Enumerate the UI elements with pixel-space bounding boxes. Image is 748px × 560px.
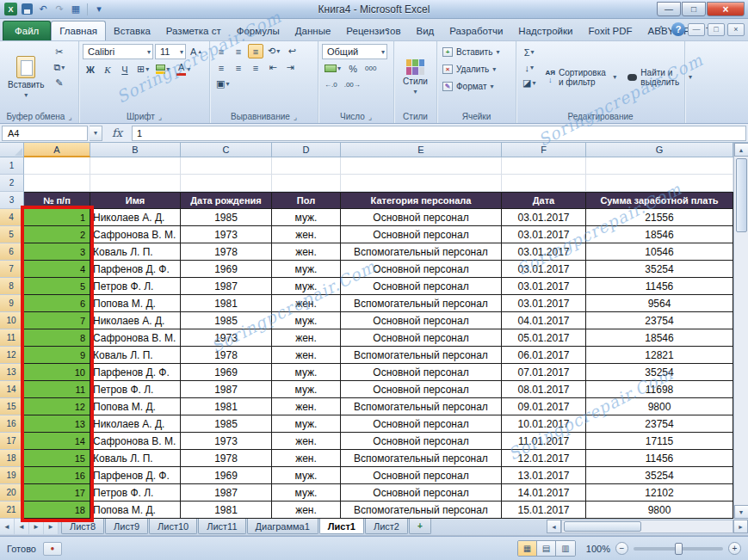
book-restore-button[interactable]: □ bbox=[708, 23, 725, 36]
cell-B20[interactable]: Петров Ф. Л. bbox=[90, 484, 181, 502]
first-sheet-button[interactable]: ◄ bbox=[0, 519, 15, 534]
cell-D20[interactable]: муж. bbox=[272, 484, 341, 502]
copy-button[interactable]: ⧉▾ bbox=[51, 60, 67, 75]
cell-E20[interactable]: Основной персонал bbox=[341, 484, 502, 502]
row-header-2[interactable]: 2 bbox=[0, 175, 24, 192]
cell-C13[interactable]: 1969 bbox=[181, 364, 272, 381]
number-format-combo[interactable]: Общий▾ bbox=[322, 44, 387, 59]
cell-B14[interactable]: Петров Ф. Л. bbox=[90, 381, 181, 398]
cell-F5[interactable]: 03.01.2017 bbox=[502, 226, 586, 243]
cell-A7[interactable]: 4 bbox=[24, 261, 90, 278]
cut-button[interactable]: ✂ bbox=[51, 45, 67, 59]
customize-qat-button[interactable]: ▾ bbox=[92, 3, 106, 16]
book-close-button[interactable]: × bbox=[727, 23, 745, 36]
sheet-tab-Лист8[interactable]: Лист8 bbox=[61, 519, 104, 534]
cell-E18[interactable]: Вспомогательный персонал bbox=[341, 450, 502, 467]
clear-button[interactable]: ◪▾ bbox=[520, 76, 538, 90]
name-box-dropdown[interactable]: ▾ bbox=[90, 126, 102, 141]
cell-D16[interactable]: муж. bbox=[272, 415, 341, 433]
page-layout-view-button[interactable]: ▤ bbox=[537, 541, 556, 556]
cell-G20[interactable]: 12102 bbox=[586, 484, 733, 502]
insert-cells-button[interactable]: +Вставить▾ bbox=[441, 44, 512, 60]
cell-C17[interactable]: 1973 bbox=[181, 433, 272, 450]
cell-E15[interactable]: Вспомогательный персонал bbox=[341, 398, 502, 415]
cell-B10[interactable]: Николаев А. Д. bbox=[90, 312, 181, 329]
row-header-20[interactable]: 20 bbox=[0, 484, 24, 502]
cell-D8[interactable]: муж. bbox=[272, 278, 341, 295]
cell-A9[interactable]: 6 bbox=[24, 295, 90, 312]
cell-A15[interactable]: 12 bbox=[24, 398, 90, 415]
cell-B13[interactable]: Парфенов Д. Ф. bbox=[90, 364, 181, 381]
cell-D11[interactable]: жен. bbox=[272, 329, 341, 347]
cell-D18[interactable]: жен. bbox=[272, 450, 341, 467]
hscroll-right-icon[interactable]: ► bbox=[733, 520, 748, 533]
row-header-5[interactable]: 5 bbox=[0, 226, 24, 243]
align-middle-button[interactable]: ≡ bbox=[231, 44, 246, 58]
cell-G8[interactable]: 11456 bbox=[586, 278, 733, 295]
autosum-button[interactable]: Σ▾ bbox=[520, 45, 538, 59]
cell-E7[interactable]: Основной персонал bbox=[341, 261, 502, 278]
hscroll-left-icon[interactable]: ◄ bbox=[547, 520, 561, 533]
font-color-button[interactable]: А▾ bbox=[174, 62, 193, 77]
vertical-scroll-thumb[interactable] bbox=[736, 158, 747, 232]
cell-F14[interactable]: 08.01.2017 bbox=[502, 381, 586, 398]
row-header-7[interactable]: 7 bbox=[0, 261, 24, 278]
cell-E13[interactable]: Основной персонал bbox=[341, 364, 502, 381]
wrap-text-button[interactable]: ↩ bbox=[284, 44, 300, 58]
scroll-up-icon[interactable]: ▲ bbox=[734, 143, 748, 157]
help-icon[interactable]: ? bbox=[671, 22, 685, 36]
cell-G11[interactable]: 18546 bbox=[586, 329, 733, 347]
cell-A4[interactable]: 1 bbox=[24, 209, 90, 226]
formula-input[interactable]: 1 bbox=[132, 126, 746, 141]
next-sheet-button[interactable]: ► bbox=[29, 519, 44, 534]
cell-E12[interactable]: Вспомогательный персонал bbox=[341, 347, 502, 364]
cell-C20[interactable]: 1987 bbox=[181, 484, 272, 502]
comma-format-button[interactable]: 000 bbox=[362, 61, 379, 76]
cell-C19[interactable]: 1969 bbox=[181, 467, 272, 484]
cell-B7[interactable]: Парфенов Д. Ф. bbox=[90, 261, 181, 278]
cell-C12[interactable]: 1978 bbox=[181, 347, 272, 364]
fill-color-button[interactable]: ▾ bbox=[153, 62, 172, 77]
cell-F15[interactable]: 09.01.2017 bbox=[502, 398, 586, 415]
format-cells-button[interactable]: ✎Формат▾ bbox=[441, 78, 512, 95]
cell-G13[interactable]: 35254 bbox=[586, 364, 733, 381]
maximize-button[interactable]: □ bbox=[682, 2, 706, 16]
cell-B2[interactable] bbox=[90, 175, 181, 192]
cell-F1[interactable] bbox=[502, 157, 586, 175]
insert-sheet-button[interactable]: + bbox=[409, 519, 431, 534]
cell-G17[interactable]: 17115 bbox=[586, 433, 733, 450]
cell-A20[interactable]: 17 bbox=[24, 484, 90, 502]
tab-Главная[interactable]: Главная bbox=[51, 21, 106, 40]
cell-A18[interactable]: 15 bbox=[24, 450, 90, 467]
cell-F4[interactable]: 03.01.2017 bbox=[502, 209, 586, 226]
dialog-launcher-icon[interactable]: ⌟ bbox=[294, 113, 297, 121]
cell-E1[interactable] bbox=[341, 157, 502, 175]
cell-D6[interactable]: жен. bbox=[272, 243, 341, 261]
cell-F7[interactable]: 03.01.2017 bbox=[502, 261, 586, 278]
cell-D14[interactable]: муж. bbox=[272, 381, 341, 398]
normal-view-button[interactable]: ▦ bbox=[518, 541, 537, 556]
col-header-B[interactable]: B bbox=[90, 143, 181, 157]
cell-F2[interactable] bbox=[502, 175, 586, 192]
cell-C3[interactable]: Дата рождения bbox=[181, 192, 272, 209]
cell-D3[interactable]: Пол bbox=[272, 192, 341, 209]
row-header-3[interactable]: 3 bbox=[0, 192, 24, 209]
sheet-tab-Лист9[interactable]: Лист9 bbox=[105, 519, 148, 534]
cell-B15[interactable]: Попова М. Д. bbox=[90, 398, 181, 415]
cell-C8[interactable]: 1987 bbox=[181, 278, 272, 295]
zoom-out-button[interactable]: − bbox=[615, 542, 628, 555]
paste-button[interactable]: Вставить ▾ bbox=[3, 44, 48, 110]
cell-D12[interactable]: жен. bbox=[272, 347, 341, 364]
cell-F13[interactable]: 07.01.2017 bbox=[502, 364, 586, 381]
cell-C10[interactable]: 1985 bbox=[181, 312, 272, 329]
prev-sheet-button[interactable]: ◄ bbox=[15, 519, 29, 534]
cell-B19[interactable]: Парфенов Д. Ф. bbox=[90, 467, 181, 484]
font-name-combo[interactable]: Calibri▾ bbox=[83, 44, 153, 59]
cell-D17[interactable]: жен. bbox=[272, 433, 341, 450]
cell-D4[interactable]: муж. bbox=[272, 209, 341, 226]
cell-A2[interactable] bbox=[24, 175, 90, 192]
insert-function-button[interactable]: fx bbox=[104, 126, 130, 139]
hscroll-track[interactable] bbox=[561, 520, 733, 533]
book-minimize-button[interactable]: — bbox=[688, 23, 705, 36]
cell-F3[interactable]: Дата bbox=[502, 192, 586, 209]
